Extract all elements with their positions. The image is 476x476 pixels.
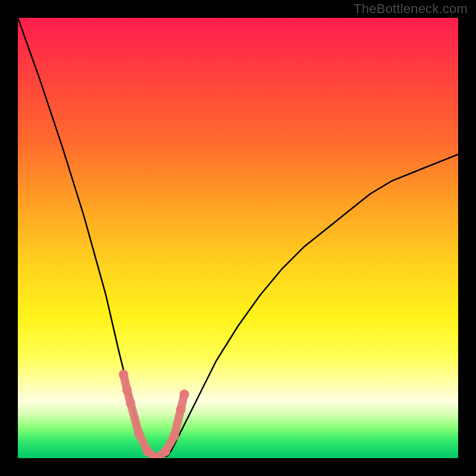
highlight-dot: [161, 447, 170, 456]
bottleneck-curve: [18, 18, 458, 458]
highlight-dot: [176, 405, 186, 415]
chart-frame: TheBottleneck.com: [0, 0, 476, 476]
highlight-dot: [119, 369, 129, 379]
highlight-dot: [126, 399, 135, 408]
highlight-dot: [123, 385, 132, 394]
bottleneck-chart: [18, 18, 458, 458]
highlight-band: [124, 374, 184, 458]
watermark-text: TheBottleneck.com: [353, 1, 468, 17]
highlight-dot: [134, 429, 144, 439]
highlight-dot: [143, 447, 152, 456]
highlight-dot: [180, 390, 189, 399]
plot-area: [18, 18, 458, 458]
highlight-dot: [170, 431, 179, 441]
